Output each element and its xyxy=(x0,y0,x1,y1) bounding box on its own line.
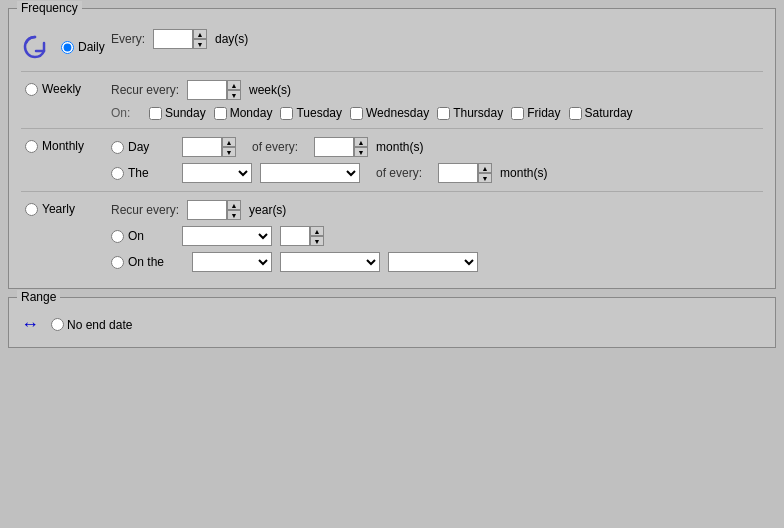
wednesday-checkbox[interactable] xyxy=(350,107,363,120)
monthly-label-col: Monthly xyxy=(21,137,111,153)
refresh-icon xyxy=(21,31,49,63)
weekly-on-row: On: Sunday Monday xyxy=(111,106,763,120)
yearly-on-radio-label[interactable]: On xyxy=(111,229,166,243)
daily-value-input[interactable] xyxy=(153,29,193,49)
sunday-item: Sunday xyxy=(149,106,206,120)
weekly-spin-buttons: ▲ ▼ xyxy=(227,80,241,100)
yearly-recur-row: Recur every: ▲ ▼ year(s) xyxy=(111,200,763,220)
yearly-on-select[interactable] xyxy=(182,226,272,246)
yearly-label-col: Yearly xyxy=(21,200,111,216)
monthly-day-spin-down[interactable]: ▼ xyxy=(222,147,236,157)
yearly-row: Yearly Recur every: ▲ ▼ xyxy=(21,196,763,276)
yearly-radio-label[interactable]: Yearly xyxy=(21,202,111,216)
monthly-the-month-input[interactable] xyxy=(438,163,478,183)
sep1 xyxy=(21,71,763,72)
monthly-day-input[interactable] xyxy=(182,137,222,157)
yearly-on-row: On ▲ ▼ xyxy=(111,226,763,246)
monday-checkbox[interactable] xyxy=(214,107,227,120)
no-end-date-radio[interactable] xyxy=(51,318,64,331)
saturday-checkbox[interactable] xyxy=(569,107,582,120)
thursday-label: Thursday xyxy=(453,106,503,120)
yearly-spin: ▲ ▼ xyxy=(187,200,241,220)
wednesday-item: Wednesday xyxy=(350,106,429,120)
friday-checkbox[interactable] xyxy=(511,107,524,120)
monthly-day-spin-up[interactable]: ▲ xyxy=(222,137,236,147)
daily-radio-label[interactable]: Daily xyxy=(57,40,111,54)
monday-label: Monday xyxy=(230,106,273,120)
day-unit: day(s) xyxy=(215,32,248,46)
monthly-the-radio[interactable] xyxy=(111,167,124,180)
yearly-on-spin-down[interactable]: ▼ xyxy=(310,236,324,246)
monthly-the-spin-down[interactable]: ▼ xyxy=(478,173,492,183)
yearly-on-spin-up[interactable]: ▲ xyxy=(310,226,324,236)
weekly-radio-label[interactable]: Weekly xyxy=(21,82,111,96)
sunday-checkbox[interactable] xyxy=(149,107,162,120)
monthly-the-row: The of every: ▲ ▼ month(s) xyxy=(111,163,763,183)
monthly-text: Monthly xyxy=(42,139,84,153)
monthly-month-unit: month(s) xyxy=(376,140,423,154)
yearly-on-the-text: On the xyxy=(128,255,164,269)
weekly-fields: Recur every: ▲ ▼ week(s) On: xyxy=(111,80,763,120)
weekly-recur-label: Recur every: xyxy=(111,83,179,97)
monthly-the-radio-label[interactable]: The xyxy=(111,166,166,180)
daily-fields: Every: ▲ ▼ day(s) xyxy=(111,29,763,49)
daily-text: Daily xyxy=(78,40,105,54)
yearly-fields: Recur every: ▲ ▼ year(s) xyxy=(111,200,763,272)
frequency-section: Frequency Daily xyxy=(8,8,776,289)
daily-spin-up[interactable]: ▲ xyxy=(193,29,207,39)
monthly-the-select2[interactable] xyxy=(260,163,360,183)
friday-item: Friday xyxy=(511,106,560,120)
daily-row: Daily Every: ▲ ▼ day(s) xyxy=(21,25,763,67)
sunday-label: Sunday xyxy=(165,106,206,120)
yearly-on-the-select2[interactable] xyxy=(280,252,380,272)
monthly-the-select1[interactable] xyxy=(182,163,252,183)
monday-item: Monday xyxy=(214,106,273,120)
monthly-radio-label[interactable]: Monthly xyxy=(21,139,111,153)
weekly-label-col: Weekly xyxy=(21,80,111,96)
yearly-on-day-input[interactable] xyxy=(280,226,310,246)
yearly-on-the-select3[interactable] xyxy=(388,252,478,272)
daily-spin-down[interactable]: ▼ xyxy=(193,39,207,49)
yearly-on-spin: ▲ ▼ xyxy=(280,226,324,246)
yearly-on-spin-buttons: ▲ ▼ xyxy=(310,226,324,246)
monthly-day-radio[interactable] xyxy=(111,141,124,154)
yearly-on-the-radio[interactable] xyxy=(111,256,124,269)
monthly-the-spin-buttons: ▲ ▼ xyxy=(478,163,492,183)
saturday-label: Saturday xyxy=(585,106,633,120)
saturday-item: Saturday xyxy=(569,106,633,120)
thursday-checkbox[interactable] xyxy=(437,107,450,120)
range-section: Range ↔ No end date xyxy=(8,297,776,348)
weekly-days: Sunday Monday Tuesday xyxy=(149,106,633,120)
no-end-date-label[interactable]: No end date xyxy=(51,318,132,332)
monthly-radio[interactable] xyxy=(25,140,38,153)
monthly-month-spin-down[interactable]: ▼ xyxy=(354,147,368,157)
yearly-on-radio[interactable] xyxy=(111,230,124,243)
tuesday-checkbox[interactable] xyxy=(280,107,293,120)
yearly-value-input[interactable] xyxy=(187,200,227,220)
friday-label: Friday xyxy=(527,106,560,120)
monthly-fields: Day ▲ ▼ of every: xyxy=(111,137,763,183)
week-unit: week(s) xyxy=(249,83,291,97)
monthly-month-spin-up[interactable]: ▲ xyxy=(354,137,368,147)
weekly-text: Weekly xyxy=(42,82,81,96)
yearly-radio[interactable] xyxy=(25,203,38,216)
yearly-on-the-select1[interactable] xyxy=(192,252,272,272)
weekly-value-input[interactable] xyxy=(187,80,227,100)
weekly-radio[interactable] xyxy=(25,83,38,96)
monthly-day-radio-label[interactable]: Day xyxy=(111,140,166,154)
daily-inline: Every: ▲ ▼ day(s) xyxy=(111,29,763,49)
monthly-the-spin-up[interactable]: ▲ xyxy=(478,163,492,173)
yearly-spin-buttons: ▲ ▼ xyxy=(227,200,241,220)
weekly-spin-down[interactable]: ▼ xyxy=(227,90,241,100)
weekly-spin-up[interactable]: ▲ xyxy=(227,80,241,90)
yearly-text: Yearly xyxy=(42,202,75,216)
yearly-spin-up[interactable]: ▲ xyxy=(227,200,241,210)
daily-spin: ▲ ▼ xyxy=(153,29,207,49)
frequency-legend: Frequency xyxy=(17,1,82,15)
sep3 xyxy=(21,191,763,192)
sep2 xyxy=(21,128,763,129)
yearly-on-the-radio-label[interactable]: On the xyxy=(111,255,176,269)
yearly-spin-down[interactable]: ▼ xyxy=(227,210,241,220)
daily-radio[interactable] xyxy=(61,41,74,54)
monthly-month-input[interactable] xyxy=(314,137,354,157)
